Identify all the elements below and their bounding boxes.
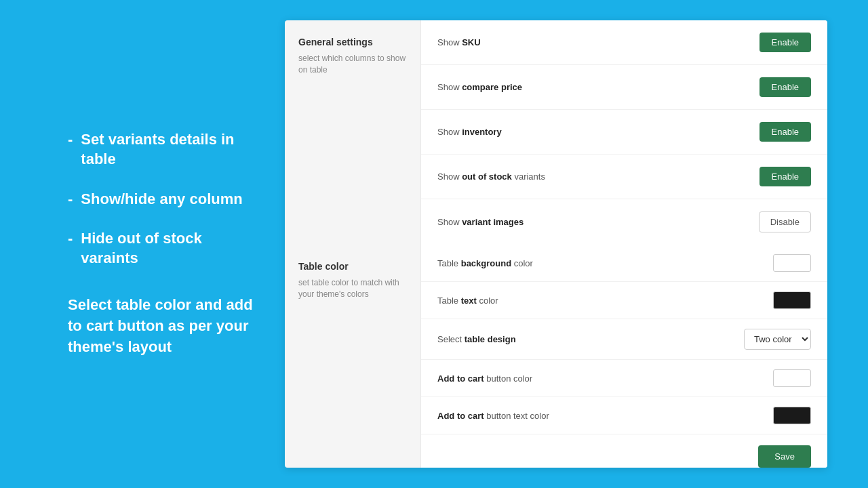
- left-panel: - Set variants details in table - Show/h…: [41, 117, 285, 371]
- variant-images-disable-button[interactable]: Disable: [759, 211, 811, 232]
- inventory-enable-button[interactable]: Enable: [760, 122, 811, 142]
- dash-1: -: [68, 130, 73, 150]
- inventory-row: Show inventory Enable: [421, 110, 827, 155]
- text-bold: text: [461, 296, 477, 306]
- table-color-section: Table color set table color to match wit…: [285, 245, 827, 468]
- text-color-swatch[interactable]: [773, 291, 811, 309]
- compare-price-row: Show compare price Enable: [421, 65, 827, 110]
- compare-price-enable-button[interactable]: Enable: [760, 77, 811, 97]
- sku-bold: SKU: [462, 37, 480, 47]
- out-of-stock-label: Show out of stock variants: [437, 171, 545, 182]
- general-settings-content: Show SKU Enable Show compare price Enabl…: [420, 20, 827, 245]
- feature-text-1: Set variants details in table: [81, 130, 258, 169]
- general-settings-title: General settings: [298, 37, 407, 47]
- bottom-description: Select table color and add to cart butto…: [68, 295, 258, 357]
- bg-bold: background: [461, 258, 511, 268]
- table-color-subtitle: set table color to match with your theme…: [298, 277, 407, 300]
- general-settings-label: General settings select which columns to…: [285, 20, 420, 245]
- text-color-label: Table text color: [437, 296, 498, 306]
- table-design-label: Select table design: [437, 334, 516, 344]
- compare-price-label: Show compare price: [437, 82, 522, 92]
- add-to-cart-text-color-label: Add to cart button text color: [437, 411, 549, 421]
- inventory-bold: inventory: [462, 127, 502, 137]
- table-design-row: Select table design Two color One color: [421, 319, 827, 360]
- dash-2: -: [68, 190, 73, 209]
- feature-item-3: - Hide out of stock varaints: [68, 229, 258, 268]
- feature-text-3: Hide out of stock varaints: [81, 229, 258, 268]
- feature-text-2: Show/hide any column: [81, 190, 242, 209]
- bg-color-swatch[interactable]: [773, 254, 811, 272]
- feature-item-1: - Set variants details in table: [68, 130, 258, 169]
- sku-label: Show SKU: [437, 37, 481, 47]
- compare-price-bold: compare price: [462, 82, 522, 92]
- save-row: Save: [421, 434, 827, 468]
- dash-3: -: [68, 229, 73, 249]
- save-button[interactable]: Save: [758, 445, 811, 468]
- variant-images-row: Show variant images Disable: [421, 199, 827, 245]
- add-to-cart-text-swatch[interactable]: [773, 407, 811, 424]
- add-to-cart-color-row: Add to cart button color: [421, 360, 827, 397]
- out-of-stock-bold: out of stock: [462, 171, 512, 182]
- feature-list: - Set variants details in table - Show/h…: [68, 130, 258, 268]
- bg-color-row: Table background color: [421, 245, 827, 282]
- out-of-stock-enable-button[interactable]: Enable: [760, 167, 811, 186]
- table-color-label: Table color set table color to match wit…: [285, 245, 420, 468]
- table-design-select[interactable]: Two color One color: [744, 329, 811, 350]
- sku-enable-button[interactable]: Enable: [760, 33, 811, 52]
- text-color-row: Table text color: [421, 282, 827, 319]
- add-to-cart-bold: Add to cart: [437, 373, 484, 384]
- variant-images-label: Show variant images: [437, 217, 524, 227]
- out-of-stock-row: Show out of stock variants Enable: [421, 155, 827, 199]
- table-color-content: Table background color Table text color …: [420, 245, 827, 468]
- table-design-bold: table design: [465, 334, 516, 344]
- inventory-label: Show inventory: [437, 127, 502, 137]
- sku-row: Show SKU Enable: [421, 20, 827, 65]
- add-to-cart-text-bold: Add to cart: [437, 411, 484, 421]
- right-panel: General settings select which columns to…: [285, 20, 827, 468]
- feature-item-2: - Show/hide any column: [68, 190, 258, 209]
- add-to-cart-color-label: Add to cart button color: [437, 373, 532, 384]
- general-settings-section: General settings select which columns to…: [285, 20, 827, 245]
- bg-color-label: Table background color: [437, 258, 533, 268]
- add-to-cart-text-color-row: Add to cart button text color: [421, 397, 827, 434]
- general-settings-subtitle: select which columns to show on table: [298, 53, 407, 76]
- table-color-title: Table color: [298, 261, 407, 272]
- variant-images-bold: variant images: [462, 217, 524, 227]
- add-to-cart-color-swatch[interactable]: [773, 369, 811, 387]
